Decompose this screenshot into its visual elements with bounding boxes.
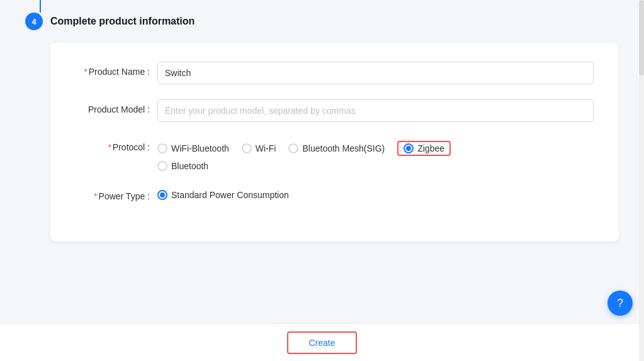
protocol-bluetooth-label: Bluetooth bbox=[171, 161, 208, 171]
product-model-field bbox=[157, 99, 594, 122]
footer: Create bbox=[0, 323, 644, 361]
product-model-input[interactable] bbox=[157, 99, 594, 122]
required-marker-2: * bbox=[108, 142, 111, 152]
protocol-wifi-bt[interactable]: WiFi-Bluetooth bbox=[157, 143, 229, 153]
product-model-label: Product Model : bbox=[76, 99, 157, 114]
radio-bt-mesh[interactable] bbox=[288, 143, 298, 153]
required-marker-3: * bbox=[94, 191, 97, 201]
product-model-row: Product Model : bbox=[76, 99, 594, 122]
help-icon: ? bbox=[617, 297, 623, 310]
protocol-bluetooth[interactable]: Bluetooth bbox=[157, 161, 208, 171]
radio-bluetooth[interactable] bbox=[157, 161, 167, 171]
product-name-field bbox=[157, 62, 594, 84]
power-type-row: *Power Type : Standard Power Consumption bbox=[76, 186, 594, 201]
protocol-bt-mesh[interactable]: Bluetooth Mesh(SIG) bbox=[288, 143, 385, 153]
protocol-wifi-bt-label: WiFi-Bluetooth bbox=[171, 143, 229, 153]
step-connector-line bbox=[40, 0, 41, 13]
protocol-options-row2: Bluetooth bbox=[157, 161, 594, 171]
scrollbar-track bbox=[639, 0, 644, 361]
protocol-zigbee-label: Zigbee bbox=[417, 143, 444, 153]
main-content: 4 Complete product information *Product … bbox=[0, 0, 644, 323]
power-type-label: *Power Type : bbox=[76, 186, 157, 201]
protocol-bt-mesh-label: Bluetooth Mesh(SIG) bbox=[302, 143, 385, 153]
product-name-row: *Product Name : bbox=[76, 62, 594, 84]
help-button[interactable]: ? bbox=[607, 291, 633, 316]
power-type-options: Standard Power Consumption bbox=[157, 186, 594, 200]
required-marker: * bbox=[84, 67, 87, 77]
protocol-wifi-label: Wi-Fi bbox=[256, 143, 276, 153]
radio-zigbee[interactable] bbox=[404, 143, 414, 153]
radio-wifi[interactable] bbox=[242, 143, 252, 153]
radio-standard-power[interactable] bbox=[157, 190, 167, 200]
product-name-label: *Product Name : bbox=[76, 62, 157, 77]
protocol-options-row1: WiFi-Bluetooth Wi-Fi Bluetooth Mesh(SIG) bbox=[157, 137, 594, 156]
page-wrapper: 4 Complete product information *Product … bbox=[0, 0, 644, 361]
protocol-zigbee[interactable]: Zigbee bbox=[397, 141, 451, 156]
create-button[interactable]: Create bbox=[287, 331, 356, 354]
step-header: 4 Complete product information bbox=[19, 13, 625, 30]
product-name-input[interactable] bbox=[157, 62, 594, 84]
form-card: *Product Name : Product Model : *Protoco… bbox=[50, 43, 619, 242]
power-type-field: Standard Power Consumption bbox=[157, 186, 594, 200]
step-badge: 4 bbox=[25, 13, 43, 30]
protocol-row: *Protocol : WiFi-Bluetooth Wi-Fi bbox=[76, 137, 594, 171]
step-title: Complete product information bbox=[50, 16, 195, 27]
power-standard-label: Standard Power Consumption bbox=[171, 190, 289, 200]
radio-wifi-bt[interactable] bbox=[157, 143, 167, 153]
protocol-field: WiFi-Bluetooth Wi-Fi Bluetooth Mesh(SIG) bbox=[157, 137, 594, 171]
protocol-wifi[interactable]: Wi-Fi bbox=[242, 143, 276, 153]
protocol-label: *Protocol : bbox=[76, 137, 157, 152]
power-standard[interactable]: Standard Power Consumption bbox=[157, 190, 289, 200]
scrollbar-thumb[interactable] bbox=[639, 0, 644, 75]
